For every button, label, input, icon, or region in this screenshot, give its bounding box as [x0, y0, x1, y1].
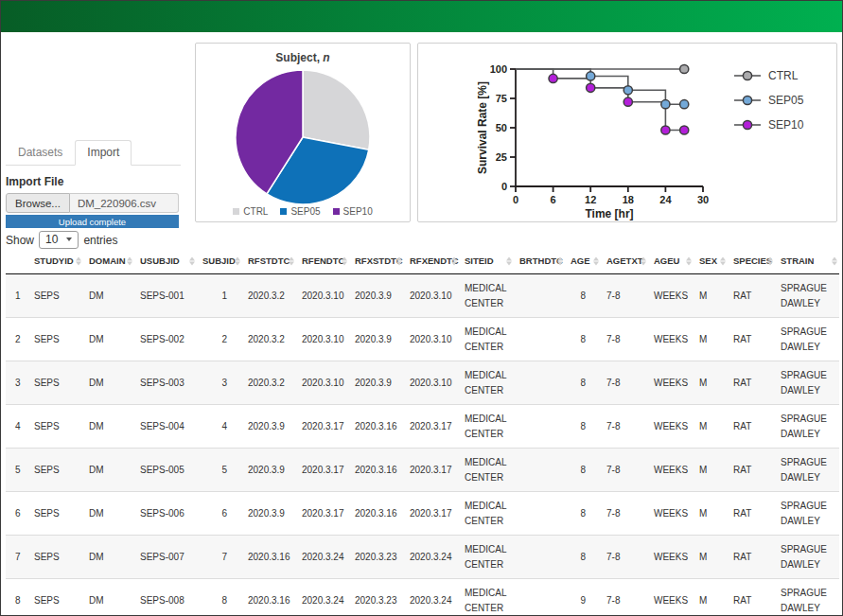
app-root: Subject, n CTRLSEP05SEP10 02550751000612… — [0, 0, 843, 616]
column-header-rfstdtc[interactable]: RFSTDTC — [242, 248, 296, 274]
table-cell — [514, 536, 565, 579]
table-cell: SEPS — [28, 536, 83, 579]
legend-marker-sep10 — [743, 120, 751, 129]
table-cell: 2020.3.9 — [349, 274, 404, 318]
table-row[interactable]: 8SEPSDMSEPS-00882020.3.162020.3.242020.3… — [6, 579, 839, 616]
column-header-strain[interactable]: STRAIN — [775, 248, 839, 274]
column-header-domain[interactable]: DOMAIN — [83, 248, 134, 274]
table-cell: 8 — [565, 536, 601, 579]
table-cell — [514, 361, 565, 405]
marker-sep05 — [587, 72, 595, 80]
table-cell: SEPS — [28, 492, 83, 536]
table-cell: 7-8 — [601, 536, 648, 579]
line-svg: 02550751000612182430Survival Rate [%]Tim… — [418, 44, 836, 221]
column-header-rfxstdtc[interactable]: RFXSTDTC — [349, 248, 404, 274]
table-cell: 2020.3.16 — [349, 405, 404, 449]
tab-import[interactable]: Import — [75, 140, 132, 166]
column-header-studyid[interactable]: STUDYID — [28, 248, 83, 274]
table-cell: SEPS — [28, 318, 83, 361]
show-label: Show — [6, 234, 34, 247]
table-row[interactable]: 3SEPSDMSEPS-00332020.3.22020.3.102020.3.… — [6, 361, 839, 405]
chevron-down-icon — [66, 238, 72, 241]
table-cell: 2020.3.10 — [296, 361, 349, 405]
table-cell: RAT — [728, 536, 775, 579]
table-cell: M — [694, 536, 728, 579]
entries-select[interactable]: 10 — [39, 231, 79, 249]
table-cell: SEPS-008 — [134, 579, 197, 616]
browse-button[interactable]: Browse... — [6, 193, 70, 213]
table-cell: MEDICAL CENTER — [459, 274, 514, 318]
pie-title-n: n — [323, 51, 329, 64]
entries-select-value: 10 — [45, 233, 58, 246]
column-header-rfxendtc[interactable]: RFXENDTC — [404, 248, 459, 274]
series-line-sep05 — [516, 69, 684, 104]
table-row[interactable]: 7SEPSDMSEPS-00772020.3.162020.3.242020.3… — [6, 536, 839, 579]
column-header-subjid[interactable]: SUBJID — [197, 248, 242, 274]
table-cell: SEPS-005 — [134, 449, 197, 492]
table-cell: M — [694, 449, 728, 492]
y-tick-label: 75 — [496, 93, 507, 104]
table-cell: SEPS-004 — [134, 405, 197, 449]
table-cell: MEDICAL CENTER — [459, 579, 514, 616]
marker-sep05 — [680, 100, 689, 109]
table-cell: RAT — [728, 361, 775, 405]
table-cell: RAT — [728, 405, 775, 449]
table-cell: 5 — [6, 449, 28, 492]
table-cell: SPRAGUE DAWLEY — [775, 449, 839, 492]
table-cell: DM — [83, 492, 134, 536]
column-header-species[interactable]: SPECIES — [728, 248, 775, 274]
table-cell: 8 — [565, 274, 601, 318]
table-row[interactable]: 1SEPSDMSEPS-00112020.3.22020.3.102020.3.… — [6, 274, 839, 318]
table-row[interactable]: 5SEPSDMSEPS-00552020.3.92020.3.172020.3.… — [6, 449, 839, 492]
table-cell: DM — [83, 449, 134, 492]
table-header-row: STUDYIDDOMAINUSUBJIDSUBJIDRFSTDTCRFENDTC… — [6, 248, 839, 274]
table-cell: 4 — [6, 405, 28, 449]
x-tick-label: 18 — [623, 194, 634, 205]
table-cell: MEDICAL CENTER — [459, 536, 514, 579]
table-cell: 3 — [6, 361, 28, 405]
column-header-agetxt[interactable]: AGETXT — [601, 248, 648, 274]
tab-datasets[interactable]: Datasets — [6, 140, 75, 166]
table-cell: SEPS — [28, 449, 83, 492]
column-header-usubjid[interactable]: USUBJID — [134, 248, 197, 274]
table-cell: M — [694, 492, 728, 536]
pie-chart-panel: Subject, n CTRLSEP05SEP10 — [195, 43, 411, 222]
marker-sep05 — [623, 86, 632, 95]
column-header-siteid[interactable]: SITEID — [459, 248, 514, 274]
sort-icon — [235, 256, 240, 265]
column-header-age[interactable]: AGE — [565, 248, 601, 274]
upload-progress-bar: Upload complete — [6, 215, 179, 228]
x-tick-label: 30 — [697, 194, 709, 205]
table-cell: M — [694, 405, 728, 449]
table-cell: SEPS-006 — [134, 492, 197, 536]
table-cell: SEPS-001 — [134, 274, 197, 318]
table-cell: DM — [83, 274, 134, 318]
filename-field[interactable]: DM_220906.csv — [70, 193, 179, 213]
table-row[interactable]: 4SEPSDMSEPS-00442020.3.92020.3.172020.3.… — [6, 405, 839, 449]
column-header-label: SEX — [699, 255, 717, 266]
column-header-ageu[interactable]: AGEU — [648, 248, 694, 274]
axes — [516, 69, 703, 186]
table-cell: DM — [83, 405, 134, 449]
column-header-brthdtc[interactable]: BRTHDTC — [514, 248, 565, 274]
sort-icon — [451, 256, 457, 265]
table-cell: 2020.3.9 — [349, 361, 404, 405]
sort-icon — [557, 256, 563, 265]
column-header-rfendtc[interactable]: RFENDTC — [296, 248, 349, 274]
sort-icon — [767, 256, 773, 265]
column-header-label: STRAIN — [781, 255, 814, 266]
table-cell: 2020.3.16 — [349, 449, 404, 492]
column-header-index — [6, 248, 28, 274]
y-tick-label: 0 — [501, 181, 507, 192]
marker-sep10 — [661, 126, 670, 134]
table-cell: WEEKS — [648, 318, 694, 361]
table-cell — [514, 492, 565, 536]
table-cell: SPRAGUE DAWLEY — [775, 579, 839, 616]
marker-sep10 — [587, 83, 595, 92]
table-cell: 2020.3.2 — [242, 318, 296, 361]
table-row[interactable]: 2SEPSDMSEPS-00222020.3.22020.3.102020.3.… — [6, 318, 839, 361]
column-header-sex[interactable]: SEX — [694, 248, 728, 274]
table-cell: 2020.3.16 — [349, 492, 404, 536]
marker-ctrl — [680, 64, 689, 73]
table-row[interactable]: 6SEPSDMSEPS-00662020.3.92020.3.172020.3.… — [6, 492, 839, 536]
